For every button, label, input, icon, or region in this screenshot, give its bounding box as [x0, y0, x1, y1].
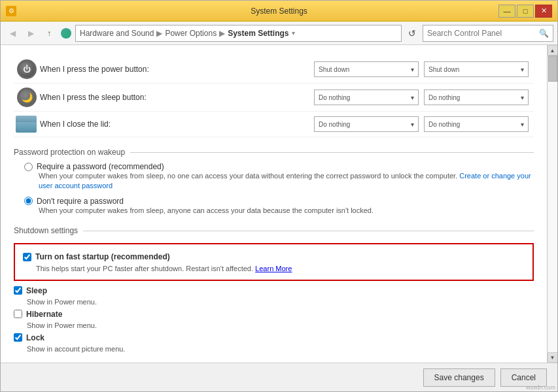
maximize-button[interactable]: □ — [517, 5, 534, 18]
forward-button[interactable]: ▶ — [23, 25, 39, 41]
dont-require-label[interactable]: Don't require a password — [24, 197, 534, 206]
require-password-option: Require a password (recommended) When yo… — [24, 162, 534, 191]
sleep-plugged-dropdown[interactable]: Do nothing ▾ — [424, 90, 529, 105]
scrollbar-track[interactable] — [548, 56, 557, 352]
lid-icon — [16, 116, 38, 133]
create-password-link[interactable]: Create or change your user account passw… — [39, 172, 531, 189]
sleep-icon: 🌙 — [17, 88, 37, 107]
back-button[interactable]: ◀ — [5, 25, 20, 41]
sleep-battery-arrow: ▾ — [411, 94, 414, 101]
lock-checkbox[interactable] — [14, 333, 22, 342]
toolbar: ◀ ▶ ↑ Hardware and Sound ▶ Power Options… — [1, 22, 557, 45]
sleep-button-label: When I press the sleep button: — [40, 93, 314, 102]
lock-label: Lock — [26, 333, 44, 342]
sleep-battery-value: Do nothing — [319, 94, 350, 101]
sleep-button-row: 🌙 When I press the sleep button: Do noth… — [14, 84, 534, 112]
search-input[interactable] — [427, 29, 536, 38]
lid-top — [16, 116, 37, 122]
up-button[interactable]: ↑ — [41, 25, 57, 41]
dont-require-option: Don't require a password When your compu… — [24, 197, 534, 216]
dont-require-text: Don't require a password — [37, 197, 124, 206]
titlebar-controls: — □ ✕ — [498, 5, 552, 18]
shutdown-section: Turn on fast startup (recommended) This … — [14, 243, 534, 352]
shutdown-header-text: Shutdown settings — [14, 226, 78, 235]
power-button-icon: ⏻ — [14, 59, 40, 79]
power-plugged-arrow: ▾ — [521, 66, 524, 73]
sleep-checkbox[interactable] — [14, 286, 22, 295]
lid-plugged-arrow: ▾ — [521, 121, 524, 128]
lid-battery-dropdown[interactable]: Do nothing ▾ — [314, 116, 419, 132]
require-password-label[interactable]: Require a password (recommended) — [24, 162, 534, 171]
hibernate-desc: Show in Power menu. — [27, 321, 534, 329]
password-section-header: Password protection on wakeup — [14, 148, 534, 157]
power-battery-value: Shut down — [319, 66, 349, 73]
lid-row: When I close the lid: Do nothing ▾ Do no… — [14, 112, 534, 137]
power-battery-arrow: ▾ — [411, 66, 414, 73]
fast-startup-desc: This helps start your PC faster after sh… — [36, 264, 525, 274]
sleep-battery-dropdown[interactable]: Do nothing ▾ — [314, 90, 419, 105]
titlebar-left: ⚙ — [6, 6, 16, 16]
app-icon: ⚙ — [6, 6, 16, 16]
scroll-down-button[interactable]: ▼ — [548, 352, 558, 363]
breadcrumb-arrow-2: ▶ — [219, 29, 225, 38]
nav-icon — [61, 28, 71, 39]
fast-startup-box: Turn on fast startup (recommended) This … — [14, 243, 534, 280]
require-password-radio[interactable] — [24, 163, 33, 171]
search-icon: 🔍 — [539, 29, 549, 38]
power-plugged-value: Shut down — [428, 66, 459, 73]
dont-require-radio[interactable] — [24, 197, 33, 205]
sleep-desc: Show in Power menu. — [27, 298, 534, 306]
breadcrumb-3: System Settings — [228, 29, 288, 38]
sleep-label: Sleep — [26, 286, 47, 295]
address-bar[interactable]: Hardware and Sound ▶ Power Options ▶ Sys… — [75, 25, 402, 42]
power-button-row: ⏻ When I press the power button: Shut do… — [14, 56, 534, 84]
hibernate-row: Hibernate Show in Power menu. — [14, 310, 534, 329]
sleep-checkbox-row: Sleep — [14, 286, 534, 295]
fast-startup-label: Turn on fast startup (recommended) — [35, 252, 170, 261]
main-window: ⚙ System Settings — □ ✕ ◀ ▶ ↑ Hardware a… — [0, 0, 558, 392]
scroll-up-button[interactable]: ▲ — [548, 45, 558, 56]
sleep-plugged-arrow: ▾ — [521, 94, 524, 101]
sleep-plugged-value: Do nothing — [428, 94, 460, 101]
titlebar: ⚙ System Settings — □ ✕ — [1, 1, 557, 22]
lock-checkbox-row: Lock — [14, 333, 534, 342]
breadcrumb-1: Hardware and Sound — [80, 29, 154, 38]
main-area: ⏻ When I press the power button: Shut do… — [1, 45, 557, 363]
save-button[interactable]: Save changes — [423, 368, 495, 387]
window-title: System Settings — [251, 7, 307, 16]
lock-row: Lock Show in account picture menu. — [14, 333, 534, 353]
close-button[interactable]: ✕ — [535, 5, 552, 18]
power-plugged-dropdown[interactable]: Shut down ▾ — [424, 61, 529, 77]
refresh-button[interactable]: ↺ — [404, 25, 420, 41]
lid-plugged-value: Do nothing — [428, 121, 460, 128]
scrollbar-thumb[interactable] — [548, 56, 557, 82]
power-battery-dropdown[interactable]: Shut down ▾ — [314, 61, 419, 77]
password-header-text: Password protection on wakeup — [14, 148, 125, 157]
address-chevron-icon: ▾ — [292, 29, 295, 37]
search-box[interactable]: 🔍 — [423, 25, 553, 42]
shutdown-section-header: Shutdown settings — [14, 226, 534, 235]
bottom-bar: Save changes Cancel wsxdn.com — [1, 363, 557, 391]
lock-desc: Show in account picture menu. — [27, 345, 534, 353]
hibernate-checkbox-row: Hibernate — [14, 310, 534, 319]
dont-require-desc: When your computer wakes from sleep, any… — [39, 206, 534, 216]
lid-label: When I close the lid: — [40, 120, 314, 129]
watermark: wsxdn.com — [526, 384, 555, 391]
breadcrumb-2: Power Options — [165, 29, 217, 38]
sleep-row: Sleep Show in Power menu. — [14, 286, 534, 306]
hibernate-checkbox[interactable] — [14, 310, 22, 318]
fast-startup-desc-text: This helps start your PC faster after sh… — [36, 265, 253, 272]
scrollbar: ▲ ▼ — [547, 45, 557, 363]
minimize-button[interactable]: — — [498, 5, 515, 18]
fast-startup-checkbox[interactable] — [23, 253, 31, 261]
breadcrumb-arrow-1: ▶ — [156, 29, 162, 38]
fast-startup-row: Turn on fast startup (recommended) — [23, 252, 525, 261]
lid-plugged-dropdown[interactable]: Do nothing ▾ — [424, 116, 529, 132]
require-password-desc: When your computer wakes from sleep, no … — [39, 171, 534, 191]
power-icon: ⏻ — [17, 59, 37, 79]
lid-icon-container — [14, 116, 40, 133]
sleep-button-icon: 🌙 — [14, 88, 40, 107]
power-button-label: When I press the power button: — [40, 65, 314, 74]
learn-more-link[interactable]: Learn More — [255, 265, 292, 272]
content-panel: ⏻ When I press the power button: Shut do… — [1, 45, 547, 363]
